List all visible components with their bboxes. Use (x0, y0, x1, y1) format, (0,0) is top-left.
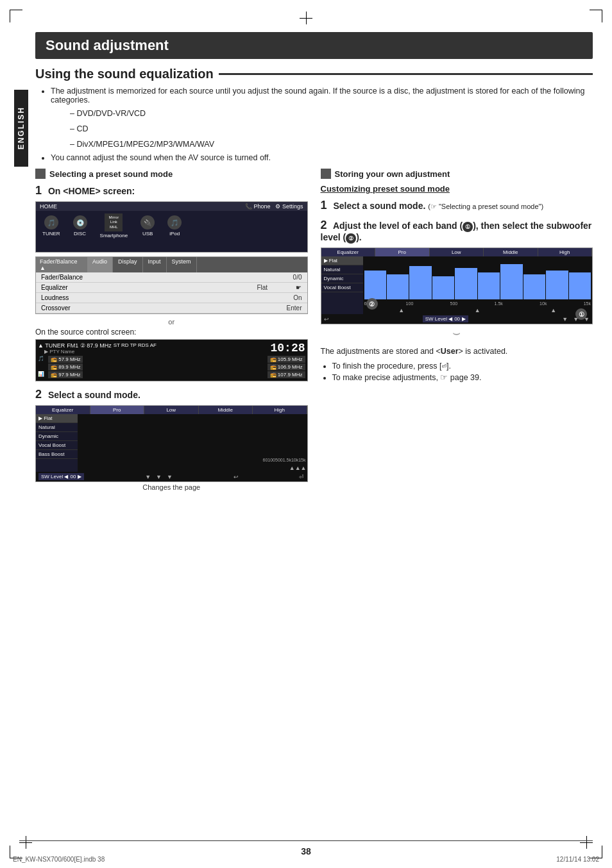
intro-bullet-1: The adjustment is memorized for each sou… (51, 87, 593, 104)
circle-1: ① (463, 222, 473, 232)
eq-tab-low-right: Low (430, 248, 484, 256)
eq-bar-r6 (478, 272, 500, 299)
eq-back-btn-right: ↩ (324, 316, 329, 322)
source-control-label: On the source control screen: (35, 328, 308, 337)
eq-bar-r1 (364, 271, 386, 300)
settings-tab-faderbalance: Fader/Balance ▲ (36, 257, 87, 272)
dash-item-2: CD (70, 122, 593, 135)
eq-body-right: ▶ Flat Natural Dynamic Vocal Boost (321, 256, 593, 314)
tuner-icon: 🎵 (44, 215, 58, 230)
eq-item-bassboost-left: Bass Boost (36, 450, 78, 459)
crosshair-bottom-right (580, 836, 593, 849)
curved-arrow-hint: ⌣ (321, 326, 593, 340)
smartphone-icon: MirrorLinkMHL (105, 213, 123, 231)
settings-row-crossover-label: Crossover (41, 305, 71, 312)
tuner-top-row: ▲ TUNER FM1 ② 87.9 MHz ST RD TP RDS AF ▶… (38, 342, 305, 355)
corner-mark-tl (10, 10, 22, 22)
freq-right-2: 📻 106.9 MHz (268, 363, 305, 371)
eq-item-natural-left: Natural (36, 423, 78, 432)
eq-item-vocalboost-right: Vocal Boost (321, 283, 363, 292)
right-column: Storing your own adjustment Customizing … (321, 169, 593, 497)
freq-left-3: 📻 97.9 MHz (48, 371, 83, 378)
eq-tab-pro-right: Pro (375, 248, 430, 256)
equalizer-screen-right: Equalizer Pro Low Middle High ▶ Flat Nat… (321, 247, 593, 324)
eq-tab-equalizer-right: Equalizer (321, 248, 376, 256)
main-content: Sound adjustment Using the sound equaliz… (35, 32, 593, 836)
eq-item-vocalboost-left: Vocal Boost (36, 441, 78, 450)
circle-2: ② (346, 233, 356, 244)
section-square-icon (35, 169, 46, 179)
eq-bars-right-container: 601005001.5k10k15k ▲▲▲ (363, 256, 593, 314)
settings-screen-mockup: Fader/Balance ▲ Audio Display Input Syst… (35, 256, 308, 314)
step-1-left: 1 On <HOME> screen: HOME 📞 Phone ⚙ Setti… (35, 184, 308, 381)
step-2-right: 2 Adjust the level of each band (①), the… (321, 219, 593, 340)
usb-icon-block: 🔌 USB (140, 215, 155, 237)
eq-swlevel-left: SW Level ◀ 00 ▶ (38, 473, 84, 480)
customizing-header: Customizing preset sound mode (321, 184, 593, 194)
intro-dash-list: DVD/DVD-VR/VCD CD DivX/MPEG1/MPEG2/MP3/W… (62, 107, 593, 151)
eq-item-natural-right: Natural (321, 265, 363, 274)
footer-bar: EN_KW-NSX700/600[E].indb 38 12/11/14 13:… (13, 856, 599, 863)
crosshair-top (300, 12, 312, 24)
freq-left-2: 📻 89.9 MHz (48, 363, 83, 371)
eq-tab-high-left: High (253, 406, 307, 414)
ipod-icon: 🎵 (167, 215, 182, 230)
eq-bar-r8 (523, 274, 545, 299)
step-2-left: 2 Select a sound mode. Equalizer Pro Low… (35, 388, 308, 491)
right-section-title: Storing your own adjustment (335, 169, 450, 179)
settings-row-equalizer: Equalizer Flat ☛ (36, 283, 307, 293)
settings-row-loudness-value: On (293, 294, 302, 301)
phone-label: 📞 Phone (245, 203, 271, 210)
two-column-layout: Selecting a preset sound mode 1 On <HOME… (35, 169, 593, 497)
step-1-text: On <HOME> screen: (48, 186, 135, 196)
tuner-icon-row3: 📊 (38, 371, 46, 378)
eq-tab-equalizer-left: Equalizer (36, 406, 90, 414)
eq-freq-labels-right: 601005001.5k10k15k (363, 301, 593, 306)
note-2: To make precise adjustments, ☞ page 39. (332, 372, 593, 382)
freq-right-1: 📻 105.9 MHz (268, 356, 305, 363)
disc-icon-block: 💿 DISC (73, 215, 87, 237)
tuner-pty: ▶ PTY Name (38, 349, 270, 355)
eq-bars-visual-right (363, 256, 593, 301)
footer-right: 12/11/14 13:02 (556, 856, 599, 863)
tuner-freq-row-3: 📊 📻 97.9 MHz 📻 107.9 MHz (38, 371, 305, 378)
step-1-right-header: 1 Select a sound mode. (☞ "Selecting a p… (321, 199, 593, 212)
step-1-right-number: 1 (321, 199, 327, 212)
eq-tabs-left: Equalizer Pro Low Middle High (36, 406, 307, 414)
or-separator: or (35, 318, 308, 326)
eq-tab-low-left: Low (144, 406, 199, 414)
eq-tab-pro-left: Pro (90, 406, 145, 414)
language-label: ENGLISH (17, 106, 26, 149)
step-2-text: Select a sound mode. (48, 390, 140, 400)
step-2-right-header: 2 Adjust the level of each band (①), the… (321, 219, 593, 244)
eq-bar-r4 (432, 276, 454, 299)
smartphone-label: Smartphone (100, 233, 128, 238)
settings-row-faderbalance: Fader/Balance 0/0 (36, 272, 307, 283)
eq-swlevel-value-right: 00 (454, 316, 460, 322)
eq-bottom-right: ↩ SW Level ◀ 00 ▶ ▼▼▼ (321, 314, 593, 324)
tuner-band: FM1 ② 87.9 MHz (67, 342, 112, 349)
eq-back-btn-left: ↩ (234, 474, 239, 480)
tuner-freq-row-1: 🎵 📻 57.9 MHz 📻 105.9 MHz (38, 356, 305, 363)
eq-tabs-right: Equalizer Pro Low Middle High (321, 248, 593, 256)
eq-freq-labels-left: 601005001.5k10k15k (262, 457, 307, 463)
dash-item-1: DVD/DVD-VR/VCD (70, 107, 593, 120)
eq-item-flat-right: ▶ Flat (321, 256, 363, 265)
home-screen-bar: HOME 📞 Phone ⚙ Settings (36, 202, 307, 211)
language-sidebar: ENGLISH (14, 90, 28, 167)
right-section-square-icon (321, 169, 331, 179)
tuner-icon-block: 🎵 TUNER (42, 215, 60, 237)
eq-tab-middle-right: Middle (484, 248, 538, 256)
settings-row-crossover-value: Enter (287, 305, 302, 312)
note-1: To finish the procedure, press [⏎]. (332, 361, 593, 371)
settings-row-equalizer-label: Equalizer (41, 284, 68, 291)
usb-icon: 🔌 (140, 215, 155, 230)
step-1-number: 1 (35, 184, 42, 197)
tuner-icon-small: ▲ TUNER (38, 342, 65, 349)
tuner-band-row: ▲ TUNER FM1 ② 87.9 MHz ST RD TP RDS AF (38, 342, 270, 349)
intro-bullet-2: You cannot adjust the sound when the AV … (51, 153, 593, 162)
settings-tab-system: System (167, 257, 197, 272)
settings-row-equalizer-value: Flat ☛ (257, 284, 302, 291)
home-label: HOME (40, 203, 57, 210)
usb-label: USB (142, 231, 153, 237)
